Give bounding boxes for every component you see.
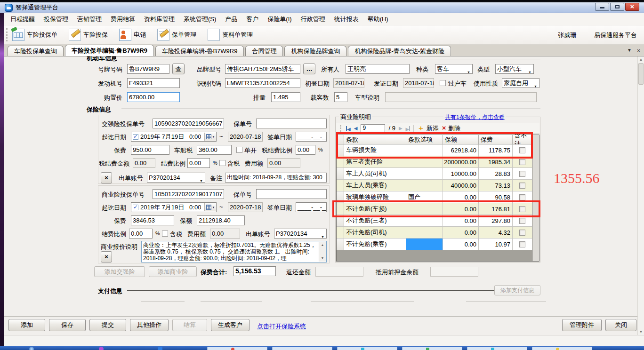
row-checkbox[interactable] — [519, 171, 525, 177]
transfer-checkbox[interactable] — [440, 80, 446, 86]
sy-sum-input[interactable]: 2112918.40 — [197, 215, 245, 225]
row-checkbox[interactable] — [519, 147, 525, 153]
menu-item-billing[interactable]: 费用结算 — [111, 15, 135, 24]
vertical-scrollbar[interactable]: ▲ ▼ — [637, 56, 644, 335]
table-row[interactable]: 玻璃单独破碎险 国产 0.00 90.58 — [337, 191, 532, 203]
open-insurance-system-link[interactable]: 点击打开保险系统 — [257, 322, 306, 331]
tab-brand-query[interactable]: 机构保险品牌查询 — [284, 46, 346, 56]
sy-start-datepicker[interactable]: 2019年 7月19日 0:00 — [131, 202, 217, 212]
delete-row-button[interactable]: × 删除 — [442, 124, 460, 133]
taskbar-icon[interactable] — [99, 347, 104, 350]
price-input[interactable]: 67800.00 — [127, 92, 180, 102]
jq-remark-input[interactable]: 出险时间: 2018-09-28，理赔金额: 300 — [225, 173, 327, 183]
taskbar-window[interactable] — [467, 347, 527, 350]
sy-rate-input[interactable]: 0.00 — [129, 229, 153, 239]
sy-incltax-checkbox[interactable] — [162, 231, 168, 237]
toolbar-button-telesales[interactable]: 电销 — [117, 28, 148, 42]
usage-select[interactable]: 家庭自用 — [502, 78, 539, 88]
menu-item-system[interactable]: 系统管理(S) — [184, 15, 216, 24]
tab-contract[interactable]: 合同管理 — [245, 46, 283, 56]
settle-button[interactable]: 结算 — [172, 319, 207, 331]
scrollbar-thumb[interactable] — [638, 63, 644, 85]
refund-input[interactable] — [315, 267, 363, 277]
start-orb-icon[interactable] — [29, 347, 34, 350]
displacement-input[interactable]: 1.495 — [271, 92, 300, 102]
create-customer-button[interactable]: 生成客户 — [211, 319, 250, 331]
add-compulsory-button[interactable]: 添加交强险 — [94, 266, 145, 277]
toolbar-button-car-insure[interactable]: 车险投保 — [67, 28, 110, 42]
minimize-button[interactable] — [595, 3, 609, 11]
menu-item-marketing[interactable]: 营销管理 — [77, 15, 102, 24]
seats-input[interactable]: 5 — [334, 92, 347, 102]
row-checkbox[interactable] — [519, 183, 525, 189]
sy-policy-input[interactable] — [256, 189, 327, 199]
tab-policy-edit-active[interactable]: 车险投保单编辑-鲁B7W9R9 — [65, 45, 154, 56]
taskbar-icon[interactable] — [158, 347, 162, 350]
nav-last-icon[interactable]: ▶ — [406, 124, 411, 133]
jq-taxamount-input[interactable]: 0.00 — [133, 158, 155, 168]
sy-end-date[interactable]: 2020-07-18 — [228, 202, 263, 212]
table-row[interactable]: 不计免赔(司机) 0.00 4.32 — [337, 227, 532, 239]
type-select[interactable]: 小型汽车 — [495, 64, 534, 74]
reg-date-input[interactable]: 2018-07-18 — [333, 78, 364, 88]
taskbar-window[interactable] — [207, 347, 267, 350]
jq-single-checkbox[interactable] — [236, 147, 242, 153]
plate-input[interactable]: 鲁B7W9R9 — [127, 64, 169, 74]
jq-no-input[interactable]: 10590237020219056667 — [153, 119, 224, 128]
sy-remove-button[interactable]: × — [101, 251, 112, 262]
toolbar-button-car-policy-list[interactable]: 车险投保单 — [10, 28, 59, 42]
jq-sign-input[interactable]: ____-__-__ — [296, 132, 327, 142]
toolbar-button-policy-manage[interactable]: 保单管理 — [155, 28, 198, 42]
save-button[interactable]: 保存 — [49, 319, 86, 331]
jq-policy-input[interactable] — [256, 119, 327, 128]
table-row[interactable]: 第三者责任险 2000000.00 1985.34 — [337, 156, 532, 168]
brand-more-button[interactable]: … — [303, 64, 315, 74]
taskbar-window[interactable] — [337, 347, 397, 350]
table-row[interactable]: 车上人员(司机) 10000.00 28.83 — [337, 168, 532, 180]
jq-end-date[interactable]: 2020-07-18 — [228, 132, 263, 142]
tab-policy-query[interactable]: 车险投保单查询 — [8, 46, 64, 56]
manage-attachments-button[interactable]: 管理附件 — [562, 319, 602, 331]
nav-next-icon[interactable]: ▶ — [399, 126, 402, 131]
menu-item-report[interactable]: 统计报表 — [334, 15, 359, 24]
kind-select[interactable]: 客车 — [435, 64, 473, 74]
sy-quote-textarea[interactable]: 商业险：上年发生2次赔款，标准折扣0.7031。无赔款优待系数1.25，渠道系数… — [141, 241, 327, 262]
textarea-scrollbar[interactable]: ▲▼ — [319, 242, 326, 262]
menu-item-schedule[interactable]: 日程提醒 — [10, 15, 35, 24]
sy-fee-input[interactable]: 0.00 — [210, 229, 240, 239]
jq-rate-input[interactable]: 0.00 — [187, 158, 210, 168]
issue-date-input[interactable]: 2018-07-18 — [403, 78, 434, 88]
close-button[interactable] — [625, 3, 639, 11]
close-form-button[interactable]: 关闭 — [605, 319, 636, 331]
nav-first-icon[interactable]: ◀ — [346, 124, 351, 133]
deposit-input[interactable] — [430, 267, 478, 277]
model-input[interactable] — [385, 92, 537, 102]
jq-premium-input[interactable]: 950.00 — [131, 145, 169, 155]
sy-account-select[interactable]: P37020134 — [274, 229, 327, 239]
engine-input[interactable]: F493321 — [127, 78, 180, 88]
row-checkbox[interactable] — [519, 159, 525, 165]
maximize-button[interactable] — [610, 3, 624, 11]
brand-input[interactable]: 传祺GAH7150F2M5轿车 — [225, 64, 300, 74]
row-checkbox[interactable] — [519, 241, 525, 247]
menu-item-insure[interactable]: 投保管理 — [44, 15, 68, 24]
jq-fee-input[interactable]: 0.00 — [267, 158, 300, 168]
add-payment-button[interactable]: 添加支付信息 — [494, 285, 540, 295]
taskbar-window[interactable] — [402, 347, 462, 350]
jq-taxrate-input[interactable]: 0.00 — [296, 145, 315, 155]
menu-item-policy[interactable]: 保险单(I) — [267, 15, 291, 24]
vin-input[interactable]: LMWFR1357J1002254 — [225, 78, 300, 88]
row-checkbox[interactable] — [519, 206, 525, 212]
jq-start-checkbox[interactable] — [133, 134, 138, 140]
table-row[interactable]: 不计免赔(三者) 0.00 297.80 — [337, 215, 532, 227]
owner-input[interactable]: 王明亮 — [346, 64, 410, 74]
table-scrollbar[interactable] — [532, 135, 539, 261]
tab-policy-edit-2[interactable]: 车险投保单编辑-鲁B7W9R9 — [155, 46, 244, 56]
table-row[interactable]: 车上人员(乘客) 40000.00 73.13 — [337, 180, 532, 191]
calendar-icon[interactable] — [204, 203, 216, 211]
row-checkbox[interactable] — [519, 230, 525, 236]
jq-remove-button[interactable]: × — [101, 172, 112, 183]
nav-prev-icon[interactable]: ◀ — [354, 126, 358, 131]
submit-button[interactable]: 提交 — [89, 319, 126, 331]
menu-item-admin[interactable]: 行政管理 — [301, 15, 325, 24]
